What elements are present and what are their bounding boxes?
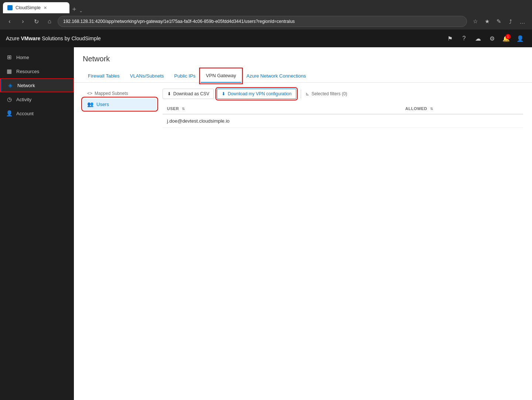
home-button[interactable]: ⌂ [44, 16, 55, 27]
browser-tab[interactable]: CloudSimple ✕ [3, 2, 69, 13]
browser-star-icon[interactable]: ★ [482, 16, 492, 27]
tab-favicon [7, 5, 13, 10]
tab-firewall-tables[interactable]: Firewall Tables [83, 69, 125, 82]
cloud-icon[interactable]: ☁ [472, 33, 484, 44]
browser-share-icon[interactable]: ⤴ [505, 16, 516, 27]
sidebar-label-activity: Activity [16, 97, 31, 102]
notif-badge: 1 [505, 34, 511, 39]
users-icon: 👥 [87, 101, 93, 107]
sidebar-item-account[interactable]: 👤 Account [0, 106, 74, 120]
settings-icon[interactable]: ⚙ [486, 33, 498, 44]
account-icon: 👤 [6, 110, 13, 117]
tab-close-icon[interactable]: ✕ [44, 6, 47, 10]
sidebar-item-resources[interactable]: ▦ Resources [0, 64, 74, 78]
network-icon: ◈ [7, 82, 14, 89]
flag-icon[interactable]: ⚑ [444, 33, 456, 44]
table-row: j.doe@devtest.cloudsimple.io [163, 114, 523, 128]
toolbar-separator [301, 89, 301, 98]
refresh-button[interactable]: ↻ [31, 16, 41, 27]
column-user[interactable]: USER ⇅ [163, 103, 401, 114]
sidebar-item-activity[interactable]: ◷ Activity [0, 92, 74, 106]
download-vpn-icon: ⬇ [222, 91, 225, 96]
tab-vlans-subnets[interactable]: VLANs/Subnets [125, 69, 169, 82]
back-button[interactable]: ‹ [4, 16, 15, 27]
page-title: Network [83, 55, 523, 63]
download-vpn-label: Download my VPN configuration [228, 91, 291, 96]
sidebar-item-home[interactable]: ⊞ Home [0, 50, 74, 64]
download-vpn-button[interactable]: ⬇ Download my VPN configuration [217, 89, 296, 99]
tab-dropdown-icon[interactable]: ⌄ [79, 8, 83, 13]
sidebar-label-account: Account [16, 111, 34, 116]
filter-icon: ⊾ [306, 91, 309, 96]
sub-nav-label-users: Users [96, 102, 109, 107]
download-csv-button[interactable]: ⬇ Download as CSV [163, 89, 214, 99]
sidebar-label-home: Home [16, 55, 29, 60]
sub-nav-parent-label: Mapped Subnets [95, 91, 128, 96]
tab-public-ips[interactable]: Public IPs [169, 69, 201, 82]
help-icon[interactable]: ? [458, 33, 470, 44]
tab-title: CloudSimple [16, 5, 41, 10]
filter-button[interactable]: ⊾ Selected filters (0) [306, 91, 347, 96]
download-icon: ⬇ [167, 91, 171, 96]
user-avatar[interactable]: 👤 [514, 33, 526, 44]
allowed-cell [401, 114, 523, 128]
tab-azure-network-connections[interactable]: Azure Network Connections [241, 69, 311, 82]
address-input[interactable] [58, 16, 467, 27]
new-tab-button[interactable]: ＋ [71, 4, 78, 13]
browser-bookmark-icon[interactable]: ☆ [470, 16, 480, 27]
activity-icon: ◷ [6, 96, 13, 103]
sort-icon-user: ⇅ [182, 107, 185, 111]
sidebar-item-network[interactable]: ◈ Network [0, 78, 74, 92]
sidebar-label-network: Network [17, 83, 35, 88]
filter-label: Selected filters (0) [311, 91, 347, 96]
home-icon: ⊞ [6, 54, 13, 61]
sub-nav-parent[interactable]: <> Mapped Subnets [83, 89, 157, 98]
column-allowed[interactable]: ALLOWED ⇅ [401, 103, 523, 114]
app-logo: Azure VMware Solutions by CloudSimple [6, 35, 101, 41]
notification-icon[interactable]: 🔔 1 [500, 33, 512, 44]
browser-more-icon[interactable]: … [517, 16, 528, 27]
browser-pen-icon[interactable]: ✎ [494, 16, 504, 27]
forward-button[interactable]: › [18, 16, 28, 27]
user-cell: j.doe@devtest.cloudsimple.io [163, 114, 401, 128]
resources-icon: ▦ [6, 68, 13, 75]
sort-icon-allowed: ⇅ [430, 107, 433, 111]
sub-nav-item-users[interactable]: 👥 Users [83, 98, 157, 110]
app-logo-brand: VMware [21, 35, 40, 41]
sidebar-label-resources: Resources [16, 69, 39, 74]
mapped-subnets-icon: <> [87, 91, 92, 96]
download-csv-label: Download as CSV [173, 91, 209, 96]
tab-vpn-gateway[interactable]: VPN Gateway [201, 69, 241, 83]
